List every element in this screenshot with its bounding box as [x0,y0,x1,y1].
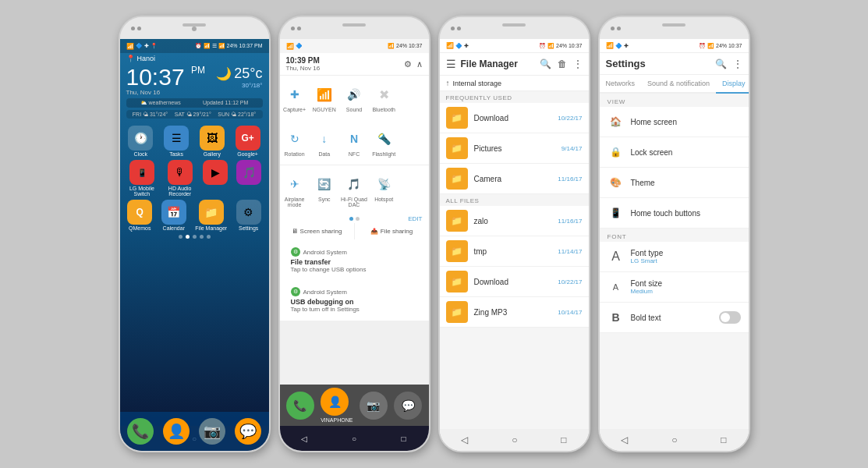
p4-home-button[interactable]: ○ [671,434,677,445]
airplane-btn[interactable]: ✈ Airplane mode [280,168,310,212]
p2-back-button[interactable]: ◁ [296,431,312,446]
clock-app[interactable]: 🕐 Clock [128,126,153,157]
phone1-status-left: 📶 🔷 ✚ 📍 [126,43,158,50]
p2-collapse-icon[interactable]: ∧ [416,59,423,69]
gallery-app[interactable]: 🖼 Gallery [200,126,225,157]
p2-settings-icon[interactable]: ⚙ [404,59,412,69]
p4-lockscreen-item[interactable]: 🔒 Lock screen [600,137,749,168]
p3-more-icon[interactable]: ⋮ [573,58,583,69]
youtube-app[interactable]: ▶ [203,160,228,197]
googleplus-app[interactable]: G+ Google+ [236,126,260,157]
hotspot-icon: 📡 [373,173,395,195]
data-btn[interactable]: ↓ Data [310,123,339,161]
sat-weather: SAT 🌤 29°/21° [175,112,211,117]
p4-recent-button[interactable]: □ [721,434,726,445]
edit-label[interactable]: EDIT [408,215,422,222]
dot-3 [193,235,197,239]
rotation-icon: ↻ [284,128,306,150]
screen-sharing-btn[interactable]: 🖥 Screen sharing [280,223,355,239]
p2-camera-icon[interactable]: 📷 [360,392,388,420]
p4-back-button[interactable]: ◁ [621,434,628,445]
filemanager-app[interactable]: 📁 File Manager [195,200,227,231]
bluetooth-btn[interactable]: ✖ Bluetooth [369,79,399,117]
tab-sound[interactable]: Sound & notification [641,75,716,92]
p3-home-button[interactable]: ○ [512,434,517,445]
qmemos-app[interactable]: Q QMemos [127,200,152,231]
sound-btn[interactable]: 🔊 Sound [339,79,369,117]
p4-homescreen-item[interactable]: 🏠 Home screen [600,107,749,137]
p2-phone-icon[interactable]: 📞 [286,392,314,420]
p2-notification-1[interactable]: ⚙ Android System File transfer Tap to ch… [285,243,424,278]
p2-battery: 📶 24% 10:37 [388,43,422,49]
phone-dock-icon[interactable]: 📞 [127,418,154,426]
phone1-status-bar: 📶 🔷 ✚ 📍 ⏰ 📶 ☰ 📶 24% 10:37 PM [120,39,269,53]
p2-messages-icon[interactable]: 💬 [394,392,422,420]
calendar-app[interactable]: 📅 Calendar [161,200,186,231]
p3-tmp-item[interactable]: 📁 tmp 11/14/17 [440,236,589,267]
p2-home-button[interactable]: ○ [346,431,362,446]
hifi-btn[interactable]: 🎵 Hi-Fi Quad DAC [339,168,369,212]
messages-dock-icon[interactable]: 💬 [235,418,261,426]
phone-4: 📶 🔷 ✚ ⏰ 📶 24% 10:37 Settings 🔍 ⋮ Network… [598,16,750,452]
p3-recent-button[interactable]: □ [561,434,566,445]
phone4-top-bar [600,17,749,39]
p4-more-icon[interactable]: ⋮ [733,58,742,69]
music-app[interactable]: 🎵 [236,160,261,197]
p3-zalo-item[interactable]: 📁 zalo 11/16/17 [440,206,589,236]
p4-font-section: FONT [600,229,749,242]
sync-btn[interactable]: 🔄 Sync [310,168,339,212]
p4-boldtext-toggle[interactable] [719,311,741,324]
p3-download-item[interactable]: 📁 Download 10/22/17 [440,103,589,133]
phone1-page-dots [120,232,269,241]
audio-app[interactable]: 🎙 HD Audio Recorder [165,160,195,197]
hotspot-btn[interactable]: 📡 Hotspot [369,168,399,212]
p3-hamburger-icon[interactable]: ☰ [446,58,456,70]
tab-networks[interactable]: Networks [600,75,642,92]
p3-download2-item[interactable]: 📁 Download 10/22/17 [440,267,589,297]
lgswitch-app[interactable]: 📱 LG Mobile Switch [127,160,157,197]
p4-touchbuttons-item[interactable]: 📱 Home touch buttons [600,198,749,229]
contacts-dock-icon[interactable]: 👤 [163,418,190,426]
file-sharing-label: File sharing [381,228,413,235]
phone2-top-bar [280,17,429,39]
p4-fonttype-item[interactable]: A Font type LG Smart [600,242,749,272]
file-sharing-btn[interactable]: 📤 File sharing [355,223,429,239]
p4-theme-item[interactable]: 🎨 Theme [600,168,749,198]
nguyen-btn[interactable]: 📶 NGUYEN [310,79,339,117]
phone2-panel-header: 10:39 PM Thu, Nov 16 ⚙ ∧ [280,53,429,76]
p4-boldtext-item[interactable]: B Bold text [600,303,749,333]
signal-icon: 📶 [204,43,211,49]
p2-time: 10:39 PM [286,56,321,65]
nfc-label: NFC [349,151,360,157]
tab-display[interactable]: Display [716,75,748,94]
camera-dock-icon[interactable]: 📷 [199,418,225,426]
p4-fontsize-item[interactable]: A Font size Medium [600,272,749,303]
flashlight-btn[interactable]: 🔦 Flashlight [369,123,399,161]
empty-btn2 [399,123,428,161]
settings-app[interactable]: ⚙ Settings [236,200,261,231]
p3-download2-date: 10/22/17 [558,278,582,285]
tasks-app[interactable]: ☰ Tasks [164,126,189,157]
p3-search-icon[interactable]: 🔍 [540,58,551,69]
p3-download2-name: Download [474,278,558,286]
dot-1 [179,235,182,239]
p2-dot-1 [349,217,353,221]
p4-touchbuttons-text: Home touch buttons [631,209,741,218]
capture-plus-btn[interactable]: ✚ Capture+ [280,79,310,117]
p4-search-icon[interactable]: 🔍 [715,58,727,69]
p2-contacts-icon[interactable]: 👤 [321,388,349,416]
p3-camera-item[interactable]: 📁 Camera 11/16/17 [440,164,589,194]
p3-wifi-icon: 📶 [446,42,454,49]
rotation-btn[interactable]: ↻ Rotation [280,123,310,161]
p3-up-icon[interactable]: ↑ [446,79,450,87]
empty-btn3 [399,168,428,212]
nfc-btn[interactable]: N NFC [339,123,369,161]
p3-zingmp3-item[interactable]: 📁 Zing MP3 10/14/17 [440,297,589,328]
p4-bt-icon: 🔷 [615,43,622,49]
p3-delete-icon[interactable]: 🗑 [558,58,567,69]
p3-pictures-item[interactable]: 📁 Pictures 9/14/17 [440,133,589,164]
p3-back-button[interactable]: ◁ [461,434,468,445]
p2-notification-2[interactable]: ⚙ Android System USB debugging on Tap to… [285,282,424,317]
p2-recent-button[interactable]: □ [396,431,412,446]
p3-all-files-label: ALL FILES [440,194,589,206]
